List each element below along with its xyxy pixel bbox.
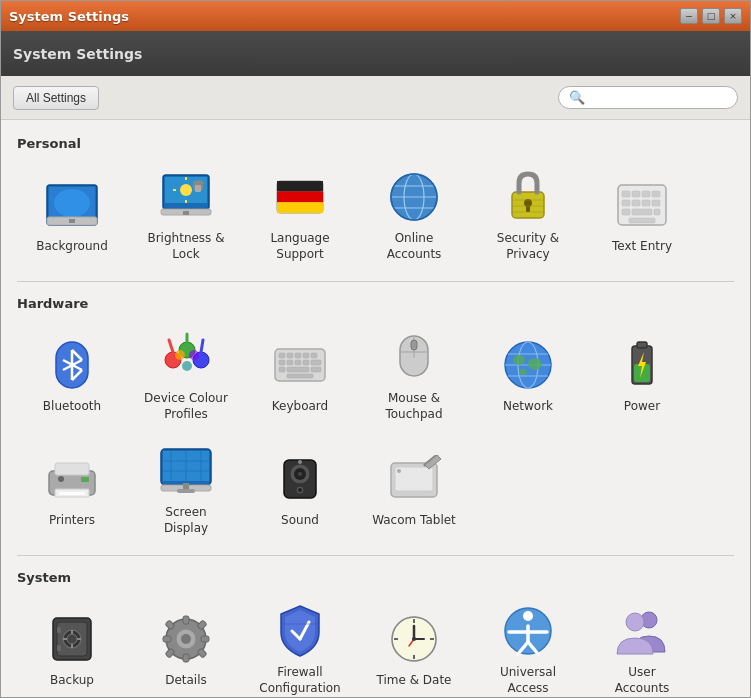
svg-rect-136 bbox=[183, 654, 189, 662]
settings-item-background[interactable]: Background bbox=[17, 161, 127, 271]
online-accounts-label: OnlineAccounts bbox=[387, 231, 442, 262]
keyboard-icon bbox=[272, 337, 328, 393]
header-bar: System Settings bbox=[1, 31, 750, 76]
settings-item-text-entry[interactable]: Text Entry bbox=[587, 161, 697, 271]
svg-point-159 bbox=[523, 611, 533, 621]
svg-rect-37 bbox=[632, 191, 640, 197]
search-icon: 🔍 bbox=[569, 90, 585, 105]
svg-point-116 bbox=[298, 488, 302, 492]
minimize-button[interactable]: − bbox=[680, 8, 698, 24]
settings-item-backup[interactable]: Backup bbox=[17, 595, 127, 697]
svg-rect-82 bbox=[411, 340, 417, 350]
svg-rect-76 bbox=[311, 367, 321, 372]
settings-item-details[interactable]: Details bbox=[131, 595, 241, 697]
svg-rect-31 bbox=[526, 204, 530, 212]
settings-item-mouse-touchpad[interactable]: Mouse &Touchpad bbox=[359, 321, 469, 431]
settings-item-printers[interactable]: Printers bbox=[17, 435, 127, 545]
firewall-configuration-label: FirewallConfiguration bbox=[259, 665, 340, 696]
svg-point-127 bbox=[67, 634, 77, 644]
svg-rect-109 bbox=[183, 483, 189, 489]
svg-point-88 bbox=[513, 355, 525, 365]
background-icon bbox=[44, 177, 100, 233]
settings-item-screen-display[interactable]: ScreenDisplay bbox=[131, 435, 241, 545]
svg-rect-4 bbox=[69, 219, 75, 223]
settings-item-language-support[interactable]: LanguageSupport bbox=[245, 161, 355, 271]
search-box: 🔍 bbox=[558, 86, 738, 109]
content: Personal Background bbox=[1, 120, 750, 697]
svg-rect-73 bbox=[311, 360, 321, 365]
svg-point-90 bbox=[519, 369, 527, 375]
settings-item-user-accounts[interactable]: UserAccounts bbox=[587, 595, 697, 697]
security-privacy-icon bbox=[500, 169, 556, 225]
settings-item-bluetooth[interactable]: Bluetooth bbox=[17, 321, 127, 431]
svg-point-2 bbox=[54, 189, 90, 217]
power-icon bbox=[614, 337, 670, 393]
settings-item-time-date[interactable]: Time & Date bbox=[359, 595, 469, 697]
svg-rect-137 bbox=[163, 636, 171, 642]
backup-icon bbox=[44, 611, 100, 667]
online-accounts-icon bbox=[386, 169, 442, 225]
svg-rect-41 bbox=[632, 200, 640, 206]
svg-rect-132 bbox=[57, 627, 61, 633]
svg-rect-42 bbox=[642, 200, 650, 206]
svg-line-57 bbox=[169, 340, 173, 352]
section-title-personal: Personal bbox=[17, 136, 734, 151]
svg-point-60 bbox=[175, 350, 185, 360]
section-title-system: System bbox=[17, 570, 734, 585]
svg-rect-69 bbox=[279, 360, 285, 365]
section-title-hardware: Hardware bbox=[17, 296, 734, 311]
svg-rect-46 bbox=[654, 209, 660, 215]
maximize-button[interactable]: □ bbox=[702, 8, 720, 24]
svg-rect-43 bbox=[652, 200, 660, 206]
keyboard-label: Keyboard bbox=[272, 399, 328, 415]
settings-item-network[interactable]: Network bbox=[473, 321, 583, 431]
svg-point-62 bbox=[182, 361, 192, 371]
all-settings-button[interactable]: All Settings bbox=[13, 86, 99, 110]
svg-point-165 bbox=[626, 613, 644, 631]
settings-item-keyboard[interactable]: Keyboard bbox=[245, 321, 355, 431]
search-input[interactable] bbox=[591, 91, 721, 105]
settings-item-firewall-configuration[interactable]: FirewallConfiguration bbox=[245, 595, 355, 697]
window-controls: − □ × bbox=[680, 8, 742, 24]
printers-icon bbox=[44, 451, 100, 507]
svg-rect-13 bbox=[195, 185, 201, 192]
text-entry-icon bbox=[614, 177, 670, 233]
wacom-tablet-icon bbox=[386, 451, 442, 507]
section-hardware: Hardware Bl bbox=[17, 296, 734, 545]
svg-rect-65 bbox=[287, 353, 293, 358]
device-colour-profiles-icon bbox=[158, 329, 214, 385]
svg-rect-98 bbox=[59, 492, 85, 495]
settings-item-device-colour-profiles[interactable]: Device ColourProfiles bbox=[131, 321, 241, 431]
wacom-tablet-label: Wacom Tablet bbox=[372, 513, 456, 529]
mouse-touchpad-icon bbox=[386, 329, 442, 385]
settings-item-brightness-lock[interactable]: Brightness &Lock bbox=[131, 161, 241, 271]
section-personal: Personal Background bbox=[17, 136, 734, 271]
svg-point-144 bbox=[181, 634, 191, 644]
svg-rect-96 bbox=[55, 463, 89, 475]
divider-personal-hardware bbox=[17, 281, 734, 282]
settings-item-wacom-tablet[interactable]: Wacom Tablet bbox=[359, 435, 469, 545]
svg-rect-110 bbox=[177, 489, 195, 493]
settings-item-online-accounts[interactable]: OnlineAccounts bbox=[359, 161, 469, 271]
svg-rect-138 bbox=[201, 636, 209, 642]
svg-rect-22 bbox=[277, 209, 323, 213]
svg-rect-18 bbox=[277, 181, 323, 192]
settings-item-universal-access[interactable]: UniversalAccess bbox=[473, 595, 583, 697]
svg-rect-135 bbox=[183, 616, 189, 624]
sound-icon bbox=[272, 451, 328, 507]
svg-rect-99 bbox=[81, 477, 89, 482]
language-support-icon bbox=[272, 169, 328, 225]
header-title: System Settings bbox=[13, 46, 142, 62]
settings-item-security-privacy[interactable]: Security &Privacy bbox=[473, 161, 583, 271]
svg-point-89 bbox=[528, 358, 542, 370]
close-button[interactable]: × bbox=[724, 8, 742, 24]
svg-rect-47 bbox=[629, 218, 655, 223]
language-support-label: LanguageSupport bbox=[270, 231, 329, 262]
svg-rect-64 bbox=[279, 353, 285, 358]
settings-item-power[interactable]: Power bbox=[587, 321, 697, 431]
toolbar: All Settings 🔍 bbox=[1, 76, 750, 120]
security-privacy-label: Security &Privacy bbox=[497, 231, 559, 262]
settings-item-sound[interactable]: Sound bbox=[245, 435, 355, 545]
svg-point-114 bbox=[298, 472, 302, 476]
svg-rect-70 bbox=[287, 360, 293, 365]
